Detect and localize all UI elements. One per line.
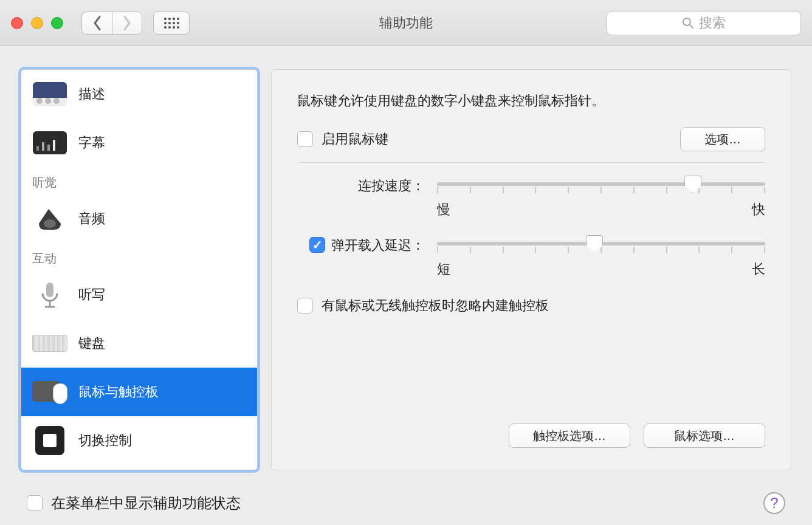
category-sidebar[interactable]: 描述 字幕 听觉 音频 互动 听写 键盘 xyxy=(21,69,258,470)
ignore-builtin-trackpad-checkbox[interactable] xyxy=(297,298,313,314)
ignore-builtin-trackpad-label: 有鼠标或无线触控板时忽略内建触控板 xyxy=(322,297,549,315)
window-controls xyxy=(11,17,63,29)
svg-point-3 xyxy=(177,18,179,20)
microphone-icon xyxy=(32,280,67,309)
show-status-menubar-checkbox[interactable] xyxy=(27,495,43,511)
zoom-window-button[interactable] xyxy=(51,17,63,29)
slider-low-label: 短 xyxy=(437,260,450,278)
search-placeholder: 搜索 xyxy=(699,14,726,32)
spring-loading-checkbox[interactable] xyxy=(309,237,325,253)
sidebar-section-interact: 互动 xyxy=(21,243,257,270)
mouse-keys-options-button[interactable]: 选项… xyxy=(680,127,765,151)
separator xyxy=(297,162,765,163)
svg-point-5 xyxy=(168,22,171,24)
sidebar-item-description[interactable]: 描述 xyxy=(21,70,257,118)
sidebar-item-label: 音频 xyxy=(78,210,105,228)
help-button[interactable]: ? xyxy=(763,492,785,514)
sidebar-item-switch-control[interactable]: 切换控制 xyxy=(21,416,257,465)
trackpad-options-button[interactable]: 触控板选项… xyxy=(509,424,630,448)
double-click-speed-slider[interactable] xyxy=(437,177,765,191)
mouse-trackpad-icon xyxy=(32,377,67,407)
sidebar-item-label: 鼠标与触控板 xyxy=(78,383,159,401)
svg-point-6 xyxy=(173,22,175,24)
switch-control-icon xyxy=(32,426,67,455)
svg-point-14 xyxy=(44,219,56,228)
search-icon xyxy=(682,17,694,29)
enable-mouse-keys-label: 启用鼠标键 xyxy=(322,130,388,148)
titlebar: 辅助功能 搜索 xyxy=(0,0,812,46)
sidebar-section-hearing: 听觉 xyxy=(21,167,257,194)
svg-point-8 xyxy=(164,26,167,29)
spring-loading-delay-slider[interactable] xyxy=(437,237,765,250)
svg-point-1 xyxy=(168,18,171,20)
svg-point-2 xyxy=(173,18,175,20)
settings-pane: 鼠标键允许使用键盘的数字小键盘来控制鼠标指针。 启用鼠标键 选项… 连按速度： xyxy=(271,69,791,470)
sidebar-item-label: 描述 xyxy=(78,85,105,103)
svg-point-0 xyxy=(164,18,167,20)
audio-icon xyxy=(32,204,67,233)
sidebar-item-captions[interactable]: 字幕 xyxy=(21,118,257,167)
show-all-button[interactable] xyxy=(153,12,190,35)
enable-mouse-keys-checkbox[interactable] xyxy=(297,131,313,147)
back-button[interactable] xyxy=(81,12,112,35)
spring-loading-label: 弹开载入延迟： xyxy=(331,237,425,254)
keyboard-icon xyxy=(32,329,67,358)
slider-high-label: 长 xyxy=(752,260,765,278)
sidebar-item-label: 切换控制 xyxy=(78,431,132,450)
svg-point-12 xyxy=(683,18,690,26)
double-click-speed-label: 连按速度： xyxy=(297,177,437,194)
svg-rect-15 xyxy=(46,283,53,297)
slider-high-label: 快 xyxy=(752,201,765,219)
forward-button[interactable] xyxy=(112,12,142,35)
sidebar-item-label: 字幕 xyxy=(78,134,105,152)
search-input[interactable]: 搜索 xyxy=(607,11,801,35)
sidebar-item-dictation[interactable]: 听写 xyxy=(21,270,257,319)
mouse-options-button[interactable]: 鼠标选项… xyxy=(644,424,765,448)
sidebar-item-audio[interactable]: 音频 xyxy=(21,194,257,243)
description-icon xyxy=(32,80,67,109)
intro-text: 鼠标键允许使用键盘的数字小键盘来控制鼠标指针。 xyxy=(297,92,765,110)
minimize-window-button[interactable] xyxy=(31,17,43,29)
svg-point-10 xyxy=(173,26,175,29)
sidebar-item-label: 键盘 xyxy=(78,334,105,352)
svg-point-7 xyxy=(177,22,179,24)
slider-low-label: 慢 xyxy=(437,201,450,219)
sidebar-item-label: 听写 xyxy=(78,286,105,304)
show-status-menubar-label: 在菜单栏中显示辅助功能状态 xyxy=(51,493,241,513)
close-window-button[interactable] xyxy=(11,17,23,29)
svg-point-11 xyxy=(177,26,179,29)
svg-point-9 xyxy=(168,26,171,29)
captions-icon xyxy=(32,128,67,157)
sidebar-item-keyboard[interactable]: 键盘 xyxy=(21,319,257,368)
svg-point-4 xyxy=(164,22,167,24)
svg-line-13 xyxy=(690,25,693,28)
sidebar-item-mouse-trackpad[interactable]: 鼠标与触控板 xyxy=(21,368,257,416)
